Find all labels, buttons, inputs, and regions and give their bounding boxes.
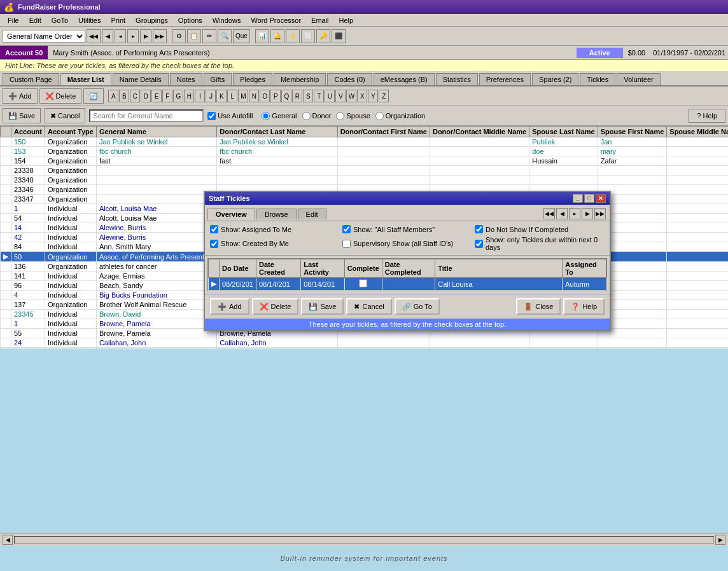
tool-lightning[interactable]: ⚡ — [286, 29, 300, 43]
alpha-u[interactable]: U — [325, 90, 335, 102]
alpha-w[interactable]: W — [346, 90, 356, 102]
tab-pledges[interactable]: Pledges — [233, 73, 272, 85]
col-last-name[interactable]: Donor/Contact Last Name — [217, 127, 337, 137]
alpha-e[interactable]: E — [151, 90, 162, 102]
check-all-staff[interactable]: Show: "All Staff Members" — [342, 225, 472, 233]
tool-box2[interactable]: ⬛ — [332, 29, 346, 43]
save-button[interactable]: 💾 Save — [3, 108, 41, 123]
modal-help-button[interactable]: ❓ Help — [563, 298, 605, 315]
delete-button[interactable]: ❌ Delete — [39, 88, 82, 104]
autofill-checkbox[interactable]: Use Autofill — [207, 112, 253, 120]
modal-col-date-completed[interactable]: Date Completed — [382, 259, 435, 278]
search-input[interactable] — [89, 109, 204, 122]
menu-groupings[interactable]: Groupings — [130, 15, 173, 25]
alpha-m[interactable]: M — [238, 90, 248, 102]
modal-goto-button[interactable]: 🔗 Go To — [395, 298, 440, 315]
staff-tickles-modal[interactable]: Staff Tickles _ □ ✕ Overview Browse Edit… — [204, 191, 611, 331]
menu-edit[interactable]: Edit — [24, 15, 46, 25]
alpha-h[interactable]: H — [184, 90, 194, 102]
tool-settings[interactable]: ⚙ — [172, 29, 186, 43]
check-due-within[interactable]: Show: only Tickles due within next 0 day… — [475, 236, 605, 251]
modal-nav-last[interactable]: ▶▶ — [594, 208, 606, 219]
table-row[interactable]: 23338OrganizationPAExton — [1, 166, 729, 175]
modal-complete-checkbox[interactable] — [344, 278, 382, 291]
alpha-f[interactable]: F — [162, 90, 172, 102]
scroll-right[interactable]: ▶ — [715, 535, 725, 545]
table-row[interactable]: 24IndividualCallahan, JohnCallahan, John… — [1, 338, 729, 348]
tab-codes[interactable]: Codes (0) — [327, 73, 372, 85]
modal-cancel-button[interactable]: ✖ Cancel — [346, 298, 391, 315]
modal-add-button[interactable]: ➕ Add — [210, 298, 249, 315]
menu-file[interactable]: File — [3, 15, 24, 25]
alpha-y[interactable]: Y — [368, 90, 378, 102]
tool-key[interactable]: 🔑 — [316, 29, 330, 43]
menu-print[interactable]: Print — [106, 15, 130, 25]
modal-table-row[interactable]: ▶ 08/20/201 08/14/201 08/14/201 Call Lou… — [209, 278, 606, 291]
modal-col-do-date[interactable]: Do Date — [220, 259, 256, 278]
menu-email[interactable]: Email — [306, 15, 334, 25]
add-button[interactable]: ➕ Add — [3, 88, 38, 104]
alpha-q[interactable]: Q — [281, 90, 291, 102]
alpha-l[interactable]: L — [227, 90, 237, 102]
nav-prev[interactable]: ◂ — [115, 29, 126, 43]
modal-nav-prev[interactable]: ◀ — [556, 208, 568, 219]
modal-close-button[interactable]: 🚪 Close — [516, 298, 561, 315]
table-row[interactable]: 154OrganizationfastfastHussainZafarCACal… — [1, 156, 729, 166]
name-order-dropdown[interactable]: General Name Order — [3, 30, 85, 43]
alpha-v[interactable]: V — [335, 90, 346, 102]
tab-spares[interactable]: Spares (2) — [532, 73, 578, 85]
col-spouse-last[interactable]: Spouse Last Name — [529, 127, 598, 137]
modal-save-button[interactable]: 💾 Save — [301, 298, 344, 315]
radio-spouse[interactable]: Spouse — [336, 112, 370, 120]
horizontal-scrollbar[interactable] — [14, 536, 714, 544]
modal-nav-first[interactable]: ◀◀ — [543, 208, 555, 219]
tab-emessages[interactable]: eMessages (B) — [374, 73, 435, 85]
check-do-not-show[interactable]: Do Not Show If Completed — [475, 225, 605, 233]
menu-goto[interactable]: GoTo — [46, 15, 73, 25]
alpha-s[interactable]: S — [303, 90, 313, 102]
tool-box1[interactable]: ⬜ — [301, 29, 315, 43]
menu-options[interactable]: Options — [173, 15, 207, 25]
modal-col-last-activity[interactable]: Last Activity — [301, 259, 344, 278]
table-row[interactable]: 74IndividualCallahan, JohnCallahan, John — [1, 348, 729, 349]
modal-col-title[interactable]: Title — [435, 259, 563, 278]
check-assigned-to-me[interactable]: Show: Assigned To Me — [210, 225, 340, 233]
radio-organization[interactable]: Organization — [375, 112, 425, 120]
modal-tab-browse[interactable]: Browse — [256, 209, 297, 219]
alpha-z[interactable]: Z — [379, 90, 389, 102]
alpha-i[interactable]: I — [195, 90, 205, 102]
menu-windows[interactable]: Windows — [207, 15, 246, 25]
col-first-name[interactable]: Donor/Contact First Name — [337, 127, 430, 137]
alpha-a[interactable]: A — [108, 90, 118, 102]
alpha-g[interactable]: G — [173, 90, 183, 102]
menu-utilities[interactable]: Utilities — [73, 15, 106, 25]
nav-next-next[interactable]: ▶ — [140, 29, 151, 43]
tool-bell[interactable]: 🔔 — [270, 29, 284, 43]
tab-tickles[interactable]: Tickles — [580, 73, 615, 85]
tool-clipboard[interactable]: 📋 — [187, 29, 201, 43]
help-button[interactable]: ? Help — [689, 109, 725, 123]
tab-gifts[interactable]: Gifts — [204, 73, 232, 85]
modal-tab-edit[interactable]: Edit — [298, 209, 326, 219]
modal-col-date-created[interactable]: Date Created — [256, 259, 300, 278]
tool-search[interactable]: 🔍 — [218, 29, 232, 43]
check-created-by-me[interactable]: Show: Created By Me — [210, 236, 340, 251]
radio-general[interactable]: General — [262, 112, 297, 120]
tab-master-list[interactable]: Master List — [60, 73, 111, 85]
refresh-button[interactable]: 🔄 — [83, 88, 104, 104]
cancel-button[interactable]: ✖ Cancel — [45, 108, 85, 123]
tool-que[interactable]: Que — [233, 29, 250, 43]
tool-chart[interactable]: 📊 — [255, 29, 269, 43]
col-spouse-first[interactable]: Spouse First Name — [598, 127, 667, 137]
alpha-b[interactable]: B — [119, 90, 129, 102]
alpha-t[interactable]: T — [314, 90, 324, 102]
modal-maximize[interactable]: □ — [584, 194, 594, 203]
modal-col-complete[interactable]: Complete — [344, 259, 382, 278]
table-row[interactable]: 150OrganizationJan Publiek se WinkelJan … — [1, 137, 729, 147]
nav-next[interactable]: ▸ — [127, 29, 139, 43]
alpha-x[interactable]: X — [357, 90, 367, 102]
col-middle-name[interactable]: Donor/Contact Middle Name — [430, 127, 529, 137]
table-row[interactable]: 153Organizationfbc churchfbc churchdoema… — [1, 147, 729, 156]
alpha-d[interactable]: D — [141, 90, 151, 102]
nav-first[interactable]: ◀◀ — [87, 29, 101, 43]
